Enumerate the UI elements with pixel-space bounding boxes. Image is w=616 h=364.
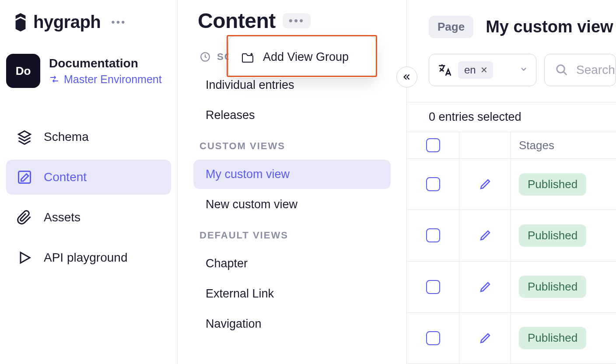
pencil-icon bbox=[479, 229, 492, 242]
paperclip-icon bbox=[17, 210, 32, 225]
search-placeholder: Search bbox=[576, 63, 615, 77]
nav-content-label: Content bbox=[44, 170, 87, 184]
nav-api-playground[interactable]: API playground bbox=[6, 240, 171, 275]
table-row[interactable]: Published bbox=[407, 210, 616, 261]
th-select-all[interactable] bbox=[407, 132, 459, 158]
locale-select[interactable]: en ✕ bbox=[429, 54, 536, 86]
panel-title-row: Content ••• bbox=[198, 9, 391, 33]
add-view-group-button[interactable]: Add View Group bbox=[232, 40, 372, 74]
group-custom-views-heading: Custom Views bbox=[200, 140, 391, 152]
row-edit[interactable] bbox=[459, 313, 511, 364]
collapse-panel-button[interactable] bbox=[396, 66, 417, 88]
table-row[interactable]: Published bbox=[407, 159, 616, 210]
row-select[interactable] bbox=[407, 313, 459, 364]
model-chip[interactable]: Page bbox=[429, 16, 473, 38]
more-dots-icon[interactable]: ••• bbox=[111, 16, 126, 28]
row-select[interactable] bbox=[407, 159, 459, 210]
project-badge: Do bbox=[6, 54, 40, 88]
project-name: Documentation bbox=[49, 56, 162, 70]
checkbox[interactable] bbox=[426, 280, 440, 294]
svg-point-2 bbox=[557, 65, 565, 73]
nav-assets[interactable]: Assets bbox=[6, 200, 171, 235]
panel-title: Content bbox=[198, 9, 276, 33]
row-stage: Published bbox=[511, 262, 616, 312]
brand-name: hygraph bbox=[33, 12, 101, 32]
search-icon bbox=[555, 63, 568, 77]
group-default-views-heading: Default Views bbox=[200, 230, 391, 241]
nav-schema-label: Schema bbox=[44, 130, 89, 144]
table-head: Stages bbox=[407, 132, 616, 159]
nav-api-playground-label: API playground bbox=[44, 251, 127, 265]
project-meta: Documentation Master Environment bbox=[49, 56, 162, 86]
stage-badge: Published bbox=[519, 276, 586, 298]
pencil-icon bbox=[479, 178, 492, 191]
view-chapter[interactable]: Chapter bbox=[193, 249, 391, 278]
chevron-double-left-icon bbox=[402, 72, 412, 82]
row-stage: Published bbox=[511, 313, 616, 364]
th-edit bbox=[459, 132, 511, 158]
sidebar-main: hygraph ••• Do Documentation Master Envi… bbox=[0, 0, 178, 364]
table-row[interactable]: Published bbox=[407, 313, 616, 364]
stage-badge: Published bbox=[519, 173, 586, 196]
view-new-custom-view[interactable]: New custom view bbox=[193, 190, 391, 219]
row-stage: Published bbox=[511, 159, 616, 210]
row-select[interactable] bbox=[407, 210, 459, 261]
th-stages[interactable]: Stages bbox=[511, 132, 616, 158]
brand[interactable]: hygraph bbox=[12, 12, 101, 32]
env-label: Master Environment bbox=[64, 73, 162, 86]
filter-row: en ✕ Search bbox=[407, 54, 616, 102]
row-edit[interactable] bbox=[459, 262, 511, 312]
svg-rect-0 bbox=[19, 172, 31, 183]
layers-icon bbox=[17, 129, 32, 145]
locale-chip-label: en bbox=[464, 64, 476, 76]
selection-count: 0 entries selected bbox=[407, 102, 616, 132]
row-edit[interactable] bbox=[459, 210, 511, 261]
remove-locale-icon[interactable]: ✕ bbox=[480, 65, 488, 75]
nav-content[interactable]: Content bbox=[6, 160, 171, 195]
checkbox[interactable] bbox=[426, 228, 440, 242]
add-view-group-label: Add View Group bbox=[263, 50, 349, 64]
project-environment[interactable]: Master Environment bbox=[49, 73, 162, 86]
row-stage: Published bbox=[511, 210, 616, 261]
entries-header: Page My custom view bbox=[407, 0, 616, 54]
locale-chip: en ✕ bbox=[458, 61, 493, 79]
play-icon bbox=[17, 250, 32, 266]
project-row[interactable]: Do Documentation Master Environment bbox=[6, 54, 171, 88]
pencil-icon bbox=[479, 280, 492, 294]
view-external-link[interactable]: External Link bbox=[193, 279, 391, 308]
view-navigation[interactable]: Navigation bbox=[193, 309, 391, 339]
folder-plus-icon bbox=[241, 52, 254, 63]
popup-menu: Add View Group bbox=[228, 36, 376, 78]
view-title: My custom view bbox=[486, 18, 613, 36]
search-input[interactable]: Search bbox=[544, 54, 616, 86]
panel-more-icon[interactable]: ••• bbox=[283, 13, 311, 28]
nav-schema[interactable]: Schema bbox=[6, 119, 171, 154]
checkbox[interactable] bbox=[426, 331, 440, 345]
checkbox[interactable] bbox=[426, 138, 440, 152]
entries-panel: Page My custom view en ✕ Search 0 entrie… bbox=[407, 0, 616, 364]
stage-badge: Published bbox=[519, 224, 586, 247]
branch-icon bbox=[49, 74, 60, 84]
brand-row: hygraph ••• bbox=[6, 12, 171, 32]
clock-icon bbox=[200, 51, 211, 63]
row-edit[interactable] bbox=[459, 159, 511, 210]
view-releases[interactable]: Releases bbox=[193, 101, 391, 130]
row-select[interactable] bbox=[407, 262, 459, 312]
view-my-custom-view[interactable]: My custom view bbox=[193, 160, 391, 189]
chevron-down-icon bbox=[519, 65, 528, 75]
checkbox[interactable] bbox=[426, 177, 440, 191]
nav-assets-label: Assets bbox=[44, 210, 80, 224]
stage-badge: Published bbox=[519, 327, 586, 349]
table-row[interactable]: Published bbox=[407, 262, 616, 313]
translate-icon bbox=[437, 63, 452, 77]
edit-square-icon bbox=[17, 169, 32, 185]
pencil-icon bbox=[479, 332, 492, 345]
brand-logo-icon bbox=[12, 13, 29, 32]
